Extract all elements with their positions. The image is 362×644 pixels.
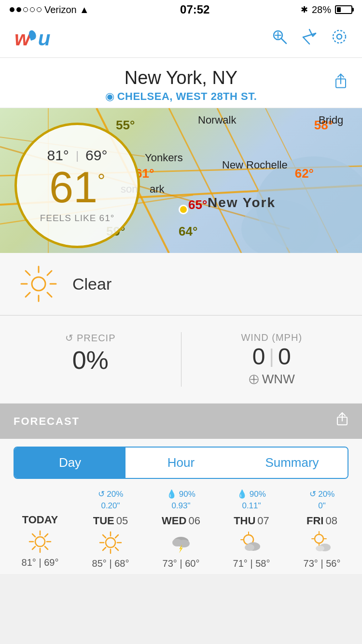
dot3	[23, 7, 28, 12]
wed-icon	[168, 530, 194, 555]
svg-line-1	[281, 39, 286, 43]
dot1	[10, 7, 14, 12]
svg-line-57	[115, 535, 118, 538]
precip-icon: ↺	[65, 332, 74, 344]
svg-line-55	[103, 535, 106, 538]
station-broadcast-icon: ◉	[105, 90, 114, 103]
wind-pipe: |	[269, 346, 274, 367]
temp-low: 69°	[85, 147, 107, 164]
sun-icon	[19, 265, 58, 303]
svg-point-68	[245, 544, 254, 551]
logo-w: w	[14, 27, 30, 50]
status-right: ✱ 28%	[301, 4, 352, 15]
precip-label: ↺ PRECIP	[65, 332, 115, 344]
fri-precip: ↺ 20% 0"	[309, 489, 335, 512]
tab-hour[interactable]: Hour	[125, 448, 237, 478]
forecast-day-today: TODAY 81° | 69°	[5, 489, 75, 569]
forecast-section: FORECAST Day Hour Summary TODAY	[0, 404, 362, 574]
svg-point-24	[32, 277, 45, 291]
forecast-title: FORECAST	[14, 415, 80, 428]
location-icon[interactable]	[302, 28, 317, 49]
wind-label: WIND (MPH)	[241, 332, 302, 343]
forecast-share-button[interactable]	[336, 412, 348, 430]
today-label: TODAY	[22, 514, 58, 526]
search-icon[interactable]	[271, 28, 288, 48]
fri-label-row: FRI 08	[306, 515, 337, 527]
tue-num: 05	[116, 515, 128, 527]
forecast-day-fri: ↺ 20% 0" FRI 08 73° | 56°	[287, 489, 357, 569]
map-label-bridg: Bridg	[319, 114, 343, 126]
svg-point-69	[315, 534, 323, 543]
fri-label: FRI	[306, 515, 323, 527]
status-left: Verizon ▲	[10, 4, 89, 15]
svg-line-48	[45, 534, 48, 537]
svg-line-47	[45, 546, 48, 549]
tue-label-row: TUE 05	[93, 515, 128, 527]
svg-line-29	[26, 271, 30, 275]
app-header: w u	[0, 19, 362, 58]
svg-point-8	[337, 34, 342, 39]
precip-value: 0%	[72, 346, 109, 375]
tab-day[interactable]: Day	[14, 448, 125, 478]
svg-point-41	[35, 537, 45, 546]
forecast-day-thu: 💧 90% 0.11" THU 07 71° | 58°	[216, 489, 287, 569]
thu-icon	[239, 530, 264, 555]
wed-label-row: WED 06	[162, 515, 200, 527]
svg-point-50	[106, 538, 115, 547]
map-label-yonkers: Yonkers	[145, 152, 183, 164]
stats-section: ↺ PRECIP 0% WIND (MPH) 0 | 0 WNW	[0, 316, 362, 404]
station-name: CHELSEA, WEST 28TH ST.	[117, 90, 257, 103]
dot2	[16, 7, 21, 12]
fri-icon	[309, 530, 334, 555]
dot4	[30, 7, 35, 12]
fri-num: 08	[325, 515, 337, 527]
wind-value: 0 | 0	[252, 343, 291, 370]
svg-line-7	[303, 37, 309, 44]
header-actions	[271, 28, 348, 49]
weather-map[interactable]: 55° 58° 61° 62° 65° 59° 64° Norwalk Brid…	[0, 108, 362, 253]
wed-num: 06	[188, 515, 200, 527]
status-time: 07:52	[180, 3, 209, 16]
app-logo: w u	[14, 27, 50, 50]
temp-high: 81°	[47, 147, 69, 164]
svg-line-56	[115, 547, 118, 550]
fri-temps: 73° | 56°	[304, 558, 341, 569]
condition-label: Clear	[72, 275, 111, 294]
signal-dots	[10, 7, 42, 12]
svg-point-61	[178, 540, 190, 547]
map-temp-65: 65°	[188, 197, 207, 212]
today-temps: 81° | 69°	[22, 557, 59, 568]
settings-icon[interactable]	[331, 28, 348, 49]
temp-high-low: 81° | 69°	[47, 147, 108, 164]
dot5	[37, 7, 42, 12]
map-label-ark: ark	[150, 183, 165, 196]
status-bar: Verizon ▲ 07:52 ✱ 28%	[0, 0, 362, 19]
condition-section: Clear	[0, 253, 362, 315]
forecast-day-wed: 💧 90% 0.93" WED 06 73° | 60°	[146, 489, 216, 569]
wed-temps: 73° | 60°	[163, 558, 200, 569]
precip-block: ↺ PRECIP 0%	[0, 327, 181, 392]
station-info[interactable]: ◉ CHELSEA, WEST 28TH ST.	[14, 90, 348, 103]
map-label-new-york: New York	[208, 195, 276, 210]
tue-temps: 85° | 68°	[92, 558, 129, 569]
city-name: New York, NY	[14, 68, 348, 88]
share-button[interactable]	[334, 73, 348, 93]
svg-point-9	[333, 30, 346, 43]
thu-precip: 💧 90% 0.11"	[237, 489, 266, 512]
forecast-tabs: Day Hour Summary	[14, 447, 348, 479]
battery-icon	[335, 5, 352, 14]
wed-precip: 💧 90% 0.93"	[167, 489, 195, 512]
current-weather-circle: 81° | 69° 61° FEELS LIKE 61°	[14, 123, 140, 248]
map-label-new-rochelle: New Rochelle	[222, 159, 288, 171]
map-location-dot	[179, 205, 188, 214]
today-icon	[28, 529, 53, 554]
svg-line-49	[32, 546, 35, 549]
map-temp-62: 62°	[295, 166, 314, 181]
wind-direction: WNW	[249, 372, 295, 387]
svg-point-75	[316, 546, 324, 551]
battery-pct: 28%	[312, 4, 331, 15]
tab-summary[interactable]: Summary	[237, 448, 348, 478]
compass-icon	[249, 374, 259, 385]
feels-like: FEELS LIKE 61°	[40, 213, 115, 224]
location-bar: New York, NY ◉ CHELSEA, WEST 28TH ST.	[0, 58, 362, 108]
